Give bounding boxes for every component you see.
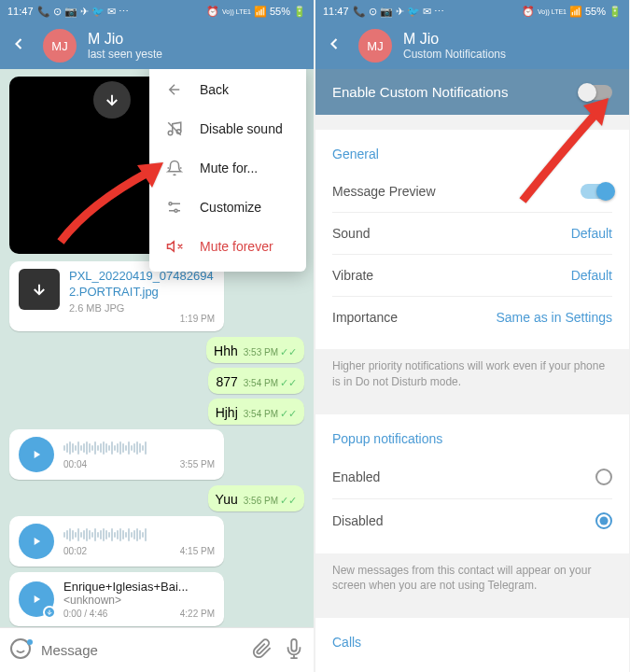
phone-left: 11:47 📞 ⊙ 📷 ✈ 🐦 ✉ ⋯ ⏰ Vo)) LTE1 📶 55% 🔋 …: [0, 0, 314, 672]
back-icon: [164, 81, 185, 98]
chat-header[interactable]: MJ M Jio last seen yeste: [0, 22, 314, 69]
battery-text: 55%: [270, 6, 290, 17]
section-calls: Calls Vibrate Default Ringtone Default: [315, 618, 629, 672]
alarm-icon: ⏰: [206, 6, 219, 18]
message-input[interactable]: [41, 642, 241, 658]
file-meta: 2.6 MB JPG: [69, 302, 215, 314]
section-header: Calls: [315, 629, 629, 659]
file-name: PXL_20220419_074826942.PORTRAIT.jpg: [69, 269, 215, 301]
menu-disable-sound[interactable]: Disable sound: [149, 109, 306, 148]
menu-back[interactable]: Back: [149, 70, 306, 109]
back-arrow-icon[interactable]: [9, 35, 32, 57]
audio-title: Enrique+Iglesias+Bai...: [63, 580, 215, 594]
battery-icon: 🔋: [293, 6, 306, 18]
mic-icon[interactable]: [284, 638, 304, 663]
read-checks-icon: ✓✓: [280, 408, 297, 419]
status-time: 11:47: [323, 6, 349, 17]
emoji-icon[interactable]: [9, 637, 32, 664]
disable-sound-icon: [164, 120, 185, 137]
out-message[interactable]: Hjhj3:54 PM✓✓: [208, 399, 304, 425]
download-icon[interactable]: [19, 269, 60, 310]
voice-message[interactable]: 00:024:15 PM: [9, 516, 224, 567]
msg-time: 1:19 PM: [19, 314, 215, 324]
alarm-icon: ⏰: [522, 6, 535, 18]
status-bar: 11:47 📞 ⊙ 📷 ✈ 🐦 ✉ ⋯ ⏰ Vo)) LTE1 📶 55% 🔋: [0, 0, 314, 22]
signal-icon: 📶: [569, 6, 582, 18]
row-vibrate[interactable]: Vibrate Default: [315, 255, 629, 296]
avatar[interactable]: MJ: [43, 29, 77, 63]
section-header: Popup notifications: [315, 426, 629, 455]
settings-header[interactable]: MJ M Jio Custom Notifications: [315, 22, 629, 69]
status-time: 11:47: [7, 6, 34, 17]
annotation-arrow: [504, 89, 625, 214]
battery-icon: 🔋: [609, 6, 622, 18]
signal-icon: 📶: [254, 6, 267, 18]
read-checks-icon: ✓✓: [280, 495, 297, 506]
out-message[interactable]: Yuu3:56 PM✓✓: [208, 485, 304, 511]
svg-point-3: [175, 209, 177, 212]
annotation-arrow: [51, 158, 173, 255]
battery-text: 55%: [585, 6, 606, 17]
play-icon[interactable]: [19, 437, 54, 472]
out-message[interactable]: Hhh3:53 PM✓✓: [206, 337, 304, 363]
message-input-bar: [0, 627, 314, 672]
radio-button[interactable]: [595, 512, 612, 529]
play-icon[interactable]: [19, 581, 54, 617]
phone-right: 11:47 📞 ⊙ 📷 ✈ 🐦 ✉ ⋯ ⏰ Vo)) LTE1 📶 55% 🔋 …: [315, 0, 629, 672]
svg-point-0: [168, 131, 173, 135]
download-icon[interactable]: [93, 81, 131, 119]
file-message[interactable]: ⋮ PXL_20220419_074826942.PORTRAIT.jpg 2.…: [9, 261, 224, 331]
status-icons-left: 📞 ⊙ 📷 ✈ 🐦 ✉ ⋯: [353, 6, 444, 18]
context-menu: Back Disable sound Mute for... Customize…: [149, 69, 306, 272]
out-message[interactable]: 8773:54 PM✓✓: [208, 368, 304, 394]
row-popup-disabled[interactable]: Disabled: [315, 499, 629, 542]
read-checks-icon: ✓✓: [280, 346, 297, 357]
row-importance[interactable]: Importance Same as in Settings: [315, 297, 629, 338]
chat-subtitle: last seen yeste: [88, 48, 162, 61]
audio-message[interactable]: Enrique+Iglesias+Bai... <unknown> 0:00 /…: [9, 572, 224, 626]
voice-message[interactable]: 00:043:55 PM: [9, 429, 224, 480]
row-sound[interactable]: Sound Default: [315, 213, 629, 254]
settings-subtitle: Custom Notifications: [403, 48, 506, 61]
row-popup-enabled[interactable]: Enabled: [315, 455, 629, 498]
menu-mute-for[interactable]: Mute for...: [149, 148, 306, 188]
chat-area: 12:46 PM ⋮ PXL_20220419_074826942.PORTRA…: [0, 69, 314, 627]
menu-customize[interactable]: Customize: [149, 188, 306, 227]
volte-icon: Vo)) LTE1: [222, 8, 251, 15]
radio-button[interactable]: [595, 469, 612, 485]
section-popup: Popup notifications Enabled Disabled: [315, 414, 629, 553]
svg-point-4: [11, 639, 30, 658]
avatar[interactable]: MJ: [358, 29, 392, 63]
hint-popup: New messages from this contact will appe…: [315, 553, 629, 604]
status-icons-left: 📞 ⊙ 📷 ✈ 🐦 ✉ ⋯: [37, 6, 129, 18]
attach-icon[interactable]: [252, 638, 273, 663]
menu-mute-forever[interactable]: Mute forever: [149, 227, 306, 266]
chat-title: M Jio: [88, 31, 162, 48]
read-checks-icon: ✓✓: [280, 377, 297, 388]
status-bar: 11:47 📞 ⊙ 📷 ✈ 🐦 ✉ ⋯ ⏰ Vo)) LTE1 📶 55% 🔋: [315, 0, 629, 22]
settings-title: M Jio: [403, 31, 506, 48]
play-icon[interactable]: [19, 524, 54, 559]
volte-icon: Vo)) LTE1: [538, 8, 567, 15]
hint-general: Higher priority notifications will work …: [315, 349, 629, 399]
back-arrow-icon[interactable]: [325, 35, 347, 57]
audio-artist: <unknown>: [63, 594, 215, 607]
row-calls-vibrate[interactable]: Vibrate Default: [315, 659, 629, 672]
